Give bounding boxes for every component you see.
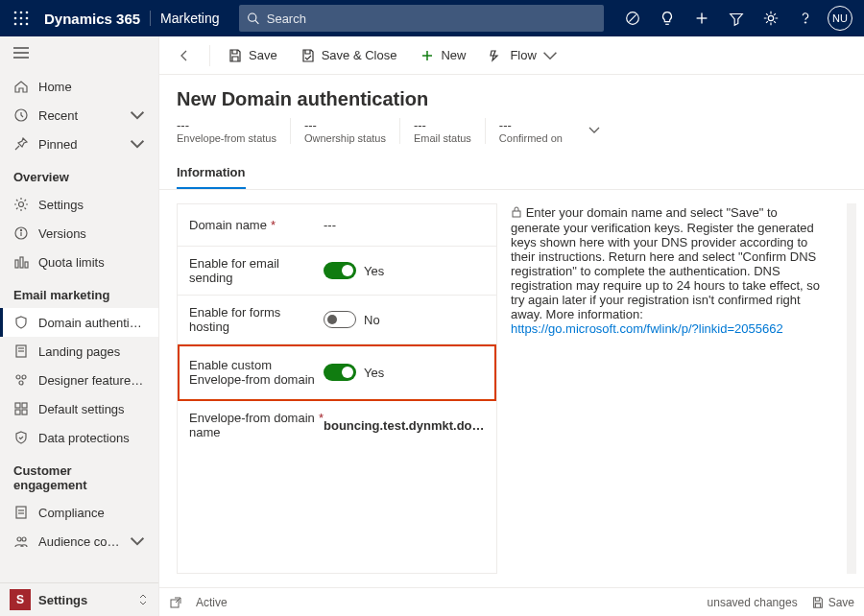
page-title: New Domain authentication xyxy=(159,75,864,118)
design-icon xyxy=(13,372,29,388)
document-icon xyxy=(13,505,29,520)
module-name[interactable]: Marketing xyxy=(150,11,228,26)
svg-point-1 xyxy=(20,12,23,14)
nav-section-email: Email marketing xyxy=(0,276,158,308)
nav-settings[interactable]: Settings xyxy=(0,190,158,219)
svg-point-32 xyxy=(16,375,20,379)
plus-icon xyxy=(420,48,435,63)
svg-rect-39 xyxy=(16,507,26,518)
nav-landing[interactable]: Landing pages xyxy=(0,337,158,366)
nav-home[interactable]: Home xyxy=(0,72,158,101)
app-name[interactable]: Dynamics 365 xyxy=(35,11,150,27)
help-link[interactable]: https://go.microsoft.com/fwlink/p/?linki… xyxy=(511,321,783,336)
svg-point-2 xyxy=(26,12,29,14)
status-email: --- Email status xyxy=(400,118,486,144)
svg-rect-35 xyxy=(15,403,20,408)
nav-defaults[interactable]: Default settings xyxy=(0,394,158,423)
nav-domain-auth[interactable]: Domain authentic… xyxy=(0,308,158,337)
page-icon xyxy=(13,344,29,359)
new-button[interactable]: New xyxy=(410,42,475,69)
help-icon[interactable] xyxy=(789,0,822,36)
command-bar: Save Save & Close New Flow xyxy=(159,36,864,75)
save-button[interactable]: Save xyxy=(218,42,287,69)
info-icon xyxy=(13,225,29,241)
popout-icon[interactable] xyxy=(169,596,182,609)
field-domain-name[interactable]: Domain name* --- xyxy=(178,204,496,247)
help-panel: Enter your domain name and select "Save"… xyxy=(511,203,833,574)
field-custom-envelope[interactable]: Enable custom Envelope-from domain Yes xyxy=(178,344,496,401)
filter-icon[interactable] xyxy=(720,0,753,36)
svg-line-12 xyxy=(629,14,636,21)
svg-point-17 xyxy=(804,22,805,23)
chevron-down-icon xyxy=(130,136,145,152)
save-close-icon xyxy=(300,48,316,63)
sidebar-nav: Home Recent Pinned Overview Settings Ver… xyxy=(0,36,158,616)
svg-rect-36 xyxy=(22,403,27,408)
status-expand[interactable] xyxy=(576,123,601,139)
svg-rect-28 xyxy=(25,262,28,268)
status-envelope: --- Envelope-from status xyxy=(177,118,291,144)
svg-point-43 xyxy=(22,537,26,541)
nav-compliance[interactable]: Compliance xyxy=(0,498,158,527)
svg-point-9 xyxy=(248,13,255,21)
status-confirmed: --- Confirmed on xyxy=(486,118,576,144)
svg-rect-26 xyxy=(15,260,18,268)
help-text: Enter your domain name and select "Save"… xyxy=(511,205,820,321)
svg-point-5 xyxy=(26,17,29,20)
chevron-down-icon xyxy=(542,48,558,63)
back-button[interactable] xyxy=(167,42,202,69)
clock-icon xyxy=(13,107,29,123)
target-icon[interactable] xyxy=(616,0,649,36)
header-actions: NU xyxy=(616,0,856,36)
svg-point-33 xyxy=(22,375,26,379)
status-ownership: --- Ownership status xyxy=(291,118,400,144)
search-icon xyxy=(247,12,259,25)
save-icon xyxy=(228,48,243,63)
nav-versions[interactable]: Versions xyxy=(0,219,158,248)
svg-point-22 xyxy=(19,202,24,207)
field-envelope-domain[interactable]: Envelope-from domain name* bouncing.test… xyxy=(178,401,496,449)
flow-icon xyxy=(489,48,504,63)
shield-check-icon xyxy=(13,430,29,445)
search-input[interactable] xyxy=(267,12,596,26)
tab-information[interactable]: Information xyxy=(177,159,246,189)
field-forms-hosting[interactable]: Enable for forms hosting No xyxy=(178,296,496,344)
toggle-forms-hosting[interactable] xyxy=(324,311,356,328)
svg-point-25 xyxy=(20,229,21,230)
user-avatar[interactable]: NU xyxy=(824,0,856,36)
area-switcher[interactable]: S Settings xyxy=(0,582,158,616)
gear-icon[interactable] xyxy=(755,0,787,36)
scrollbar[interactable] xyxy=(847,203,856,574)
gear-icon xyxy=(13,197,29,212)
nav-designer[interactable]: Designer feature … xyxy=(0,366,158,394)
footer-save-button[interactable]: Save xyxy=(811,596,854,609)
nav-section-overview: Overview xyxy=(0,158,158,190)
plus-icon[interactable] xyxy=(685,0,718,36)
lightbulb-icon[interactable] xyxy=(651,0,684,36)
app-launcher-icon[interactable] xyxy=(8,11,35,26)
defaults-icon xyxy=(13,401,29,416)
nav-dataprot[interactable]: Data protections xyxy=(0,423,158,452)
svg-rect-37 xyxy=(15,410,20,415)
hamburger-icon[interactable] xyxy=(0,36,158,72)
form-section: Domain name* --- Enable for email sendin… xyxy=(177,203,497,574)
save-close-button[interactable]: Save & Close xyxy=(291,42,407,69)
toggle-email-sending[interactable] xyxy=(324,262,356,279)
shield-icon xyxy=(13,315,29,330)
svg-point-8 xyxy=(26,23,29,26)
people-icon xyxy=(13,533,29,549)
nav-recent[interactable]: Recent xyxy=(0,101,158,130)
save-icon xyxy=(811,596,825,609)
record-status: Active xyxy=(196,596,228,609)
expand-icon xyxy=(137,593,149,606)
nav-quota[interactable]: Quota limits xyxy=(0,248,158,276)
global-search[interactable] xyxy=(239,5,604,32)
lock-icon xyxy=(511,205,522,221)
flow-button[interactable]: Flow xyxy=(479,42,566,69)
toggle-custom-envelope[interactable] xyxy=(324,364,356,381)
nav-audience[interactable]: Audience configur… xyxy=(0,527,158,556)
field-email-sending[interactable]: Enable for email sending Yes xyxy=(178,247,496,296)
nav-pinned[interactable]: Pinned xyxy=(0,130,158,158)
svg-point-3 xyxy=(14,17,17,20)
unsaved-indicator: unsaved changes xyxy=(708,596,798,609)
